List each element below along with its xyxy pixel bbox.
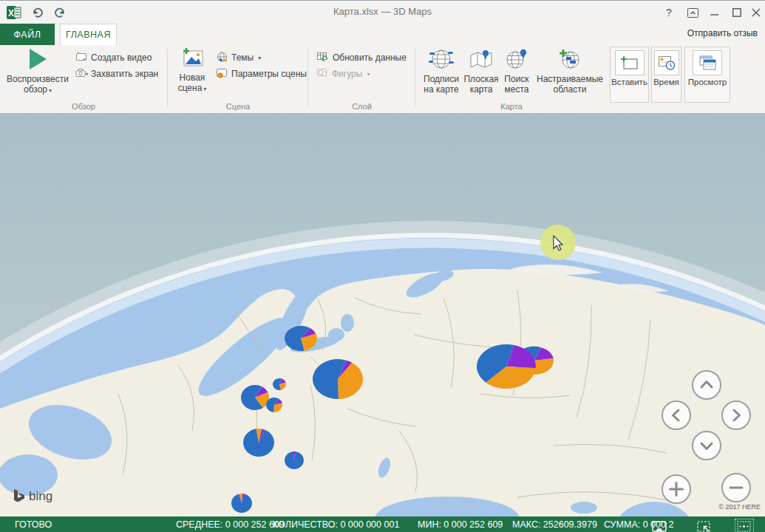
time-label: Время bbox=[653, 78, 679, 86]
preview-button[interactable]: Просмотр bbox=[684, 47, 730, 103]
find-location-label: Поиск места bbox=[500, 75, 534, 95]
chevron-right-icon bbox=[734, 410, 740, 420]
undo-button[interactable] bbox=[28, 4, 47, 21]
app-window: X Карта.xlsx — 3D Maps ? ФАЙЛ ГЛАВНАЯ От… bbox=[0, 0, 765, 532]
flat-map-label: Плоская карта bbox=[463, 75, 498, 95]
scene-options-label: Параметры сцены bbox=[231, 69, 307, 79]
pan-right-button[interactable] bbox=[721, 400, 751, 430]
chevron-left-icon bbox=[673, 410, 679, 420]
bing-logo: bing bbox=[13, 488, 52, 505]
redo-button[interactable] bbox=[50, 4, 69, 21]
ribbon: Воспроизвести обзор▾ Создать видео Захва… bbox=[0, 45, 765, 113]
map-attribution: © 2017 HERE bbox=[718, 503, 761, 511]
status-min: МИН: 0 000 252 609 bbox=[418, 519, 503, 530]
play-tour-label: Воспроизвести обзор bbox=[7, 74, 69, 95]
excel-app-icon[interactable]: X bbox=[6, 4, 22, 21]
fullscreen-button[interactable] bbox=[735, 519, 753, 532]
refresh-data-button[interactable]: Обновить данные bbox=[315, 50, 408, 65]
custom-regions-label: Настраиваемые области bbox=[535, 75, 605, 95]
tab-home[interactable]: ГЛАВНАЯ bbox=[60, 24, 117, 45]
pan-up-button[interactable] bbox=[692, 370, 721, 400]
close-button[interactable] bbox=[747, 4, 765, 21]
status-ready: ГОТОВО bbox=[15, 519, 52, 530]
group-label-layer: Слой bbox=[309, 102, 415, 111]
themes-icon bbox=[216, 51, 228, 65]
shapes-label: Фигуры bbox=[332, 69, 362, 79]
video-icon bbox=[75, 51, 88, 64]
ribbon-separator bbox=[167, 48, 168, 107]
pan-down-button[interactable] bbox=[692, 431, 721, 460]
refresh-data-icon bbox=[316, 51, 330, 65]
zoom-in-button[interactable] bbox=[662, 474, 691, 504]
group-label-tour: Обзор bbox=[0, 102, 167, 111]
capture-screen-button[interactable]: Захватить экран bbox=[74, 66, 160, 81]
bing-label: bing bbox=[29, 489, 52, 504]
tab-file[interactable]: ФАЙЛ bbox=[0, 24, 55, 45]
help-button[interactable]: ? bbox=[659, 4, 679, 21]
ribbon-group-map: Подписи на карте Плоская карта Поиск мес… bbox=[416, 45, 607, 113]
flat-map-icon bbox=[469, 48, 494, 72]
custom-regions-button[interactable]: Настраиваемые области bbox=[535, 47, 605, 103]
zoom-out-button[interactable] bbox=[721, 473, 751, 502]
dropdown-arrow-icon: ▾ bbox=[258, 55, 261, 61]
ribbon-tab-row: ФАЙЛ ГЛАВНАЯ Отправить отзыв bbox=[0, 23, 765, 45]
new-scene-icon bbox=[180, 48, 204, 71]
find-location-button[interactable]: Поиск места bbox=[500, 47, 534, 103]
new-scene-button[interactable]: Новая сцена▾ bbox=[171, 47, 213, 103]
chevron-up-icon bbox=[701, 382, 712, 388]
tour-editor-toggle-button[interactable] bbox=[650, 519, 668, 532]
time-icon bbox=[654, 50, 679, 75]
chevron-down-icon bbox=[701, 443, 712, 449]
insert-button[interactable]: Вставить bbox=[610, 47, 649, 103]
ribbon-display-options-button[interactable] bbox=[683, 4, 702, 21]
send-feedback-link[interactable]: Отправить отзыв bbox=[687, 28, 758, 38]
status-bar: ГОТОВО СРЕДНЕЕ: 0 000 252 609 КОЛИЧЕСТВО… bbox=[0, 516, 765, 532]
map-labels-label: Подписи на карте bbox=[420, 75, 463, 95]
ribbon-separator bbox=[307, 48, 308, 107]
insert-textbox-icon bbox=[615, 50, 645, 75]
status-max: МАКС: 252609.3979 bbox=[512, 519, 597, 530]
map-labels-globe-icon bbox=[429, 48, 454, 72]
plus-icon bbox=[670, 483, 683, 496]
refresh-data-label: Обновить данные bbox=[333, 52, 407, 63]
minimize-button[interactable] bbox=[705, 4, 724, 21]
themes-label: Темы bbox=[231, 52, 254, 63]
dropdown-arrow-icon: ▾ bbox=[49, 87, 52, 94]
pan-left-button[interactable] bbox=[662, 400, 691, 430]
group-label-scene: Сцена bbox=[169, 102, 307, 111]
insert-label: Вставить bbox=[611, 78, 647, 86]
find-location-icon bbox=[504, 48, 529, 72]
ribbon-group-layer: Обновить данные Фигуры ▾ Слой bbox=[309, 45, 415, 113]
shapes-button[interactable]: Фигуры ▾ bbox=[315, 66, 371, 81]
play-tour-button[interactable]: Воспроизвести обзор▾ bbox=[3, 47, 72, 103]
status-count: КОЛИЧЕСТВО: 0 000 000 001 bbox=[273, 519, 399, 530]
map-labels-button[interactable]: Подписи на карте bbox=[420, 47, 463, 103]
shapes-icon bbox=[316, 67, 329, 81]
play-icon bbox=[27, 48, 49, 72]
bing-b-icon bbox=[13, 488, 25, 505]
custom-regions-icon bbox=[557, 48, 582, 72]
create-video-button[interactable]: Создать видео bbox=[74, 50, 153, 65]
preview-label: Просмотр bbox=[688, 78, 727, 86]
ribbon-group-tour: Воспроизвести обзор▾ Создать видео Захва… bbox=[0, 45, 167, 113]
ribbon-group-scene: Новая сцена▾ Темы ▾ Параметры сцены Сцен… bbox=[169, 45, 307, 113]
capture-screen-label: Захватить экран bbox=[91, 69, 158, 79]
new-scene-label: Новая сцена bbox=[178, 72, 205, 93]
reset-view-button[interactable] bbox=[696, 519, 713, 532]
dropdown-arrow-icon: ▾ bbox=[367, 71, 370, 78]
time-button[interactable]: Время bbox=[651, 47, 681, 103]
window-title: Карта.xlsx — 3D Maps bbox=[0, 6, 765, 17]
flat-map-button[interactable]: Плоская карта bbox=[464, 47, 498, 103]
themes-button[interactable]: Темы ▾ bbox=[214, 50, 262, 65]
group-label-map: Карта bbox=[416, 102, 607, 111]
camera-icon bbox=[75, 67, 88, 81]
maximize-button[interactable] bbox=[727, 4, 747, 21]
gear-icon bbox=[216, 67, 228, 81]
preview-panes-icon bbox=[693, 50, 722, 75]
dropdown-arrow-icon: ▾ bbox=[203, 86, 206, 92]
create-video-label: Создать видео bbox=[91, 52, 152, 63]
globe-map-viewport[interactable]: bing © 2017 HERE bbox=[0, 113, 765, 516]
globe-scene bbox=[0, 113, 765, 516]
scene-options-button[interactable]: Параметры сцены bbox=[214, 66, 308, 81]
svg-text:X: X bbox=[8, 8, 14, 18]
